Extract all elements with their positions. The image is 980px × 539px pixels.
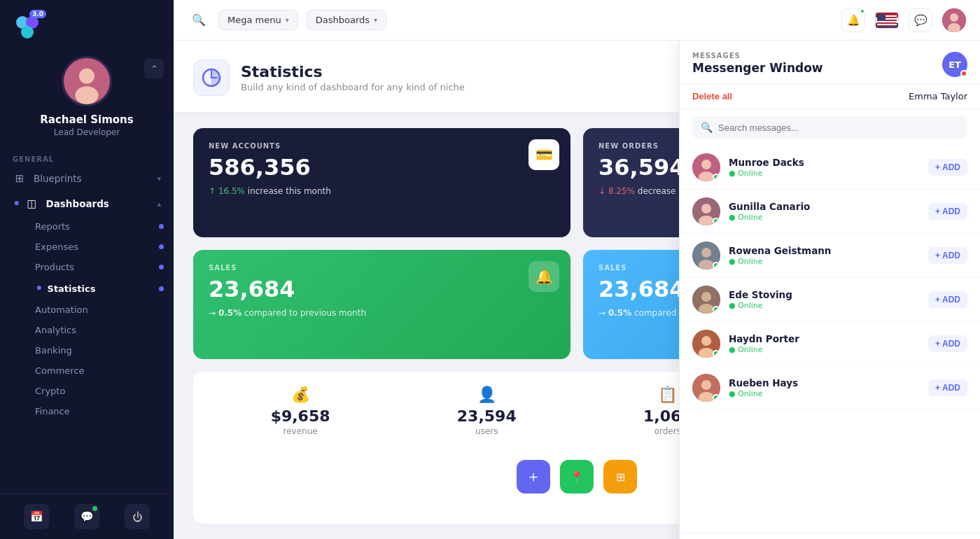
contact-status: ● Online [729, 301, 920, 310]
sidebar-item-label: Expenses [35, 241, 78, 252]
card-value: 586,356 [209, 154, 555, 181]
user-avatar-button[interactable] [942, 8, 966, 32]
card-change: ↑ 16.5% increase this month [209, 186, 555, 196]
sidebar-item-commerce[interactable]: Commerce [25, 360, 174, 381]
svg-point-13 [950, 13, 958, 22]
new-accounts-card: NEW ACCOUNTS 586,356 ↑ 16.5% increase th… [193, 128, 570, 237]
svg-rect-10 [877, 24, 897, 25]
sidebar-item-expenses[interactable]: Expenses [25, 237, 174, 257]
avatar [692, 330, 720, 358]
add-contact-button[interactable]: + ADD [928, 291, 967, 308]
sidebar-item-crypto[interactable]: Crypto [25, 381, 174, 401]
export-action-button[interactable]: ⊞ [603, 460, 637, 493]
revenue-label: revenue [271, 426, 330, 436]
svg-point-28 [701, 292, 711, 302]
blueprints-icon: ⊞ [13, 172, 27, 185]
contact-rueben[interactable]: Rueben Hays ● Online + ADD [680, 366, 980, 410]
up-arrow-icon: ↑ [209, 186, 218, 196]
notification-dot [860, 8, 865, 14]
sidebar-item-analytics[interactable]: Analytics [25, 320, 174, 340]
sidebar-item-products[interactable]: Products [25, 257, 174, 277]
topbar-right: 🔔 💬 [841, 8, 966, 32]
contact-munroe[interactable]: Munroe Dacks ● Online + ADD [680, 146, 980, 190]
sidebar-item-automation[interactable]: Automation [25, 300, 174, 320]
messenger-header: MESSAGES Messenger Window ET [680, 41, 980, 84]
contact-status: ● Online [729, 169, 920, 178]
search-button[interactable]: 🔍 [188, 9, 210, 31]
sidebar-item-label: Commerce [35, 365, 85, 376]
online-status-dot [713, 306, 720, 313]
add-contact-button[interactable]: + ADD [928, 159, 967, 176]
notifications-button[interactable]: 🔔 [841, 8, 865, 32]
language-selector[interactable] [875, 12, 899, 29]
chat-online-dot [92, 506, 97, 511]
mega-menu-label: Mega menu [227, 15, 281, 25]
avatar-online-dot [960, 70, 967, 77]
nav-dot-reports [159, 224, 164, 229]
location-action-button[interactable]: 📍 [560, 460, 594, 493]
sidebar-item-statistics[interactable]: Statistics [25, 277, 174, 300]
nav-dot-products [159, 265, 164, 270]
page-title: Statistics [241, 63, 465, 80]
sidebar-item-finance[interactable]: Finance [25, 401, 174, 421]
add-contact-button[interactable]: + ADD [928, 247, 967, 264]
sidebar-item-blueprints[interactable]: ⊞ Blueprints ▾ [0, 166, 174, 191]
add-contact-button[interactable]: + ADD [928, 379, 967, 396]
sidebar-item-label: Reports [35, 221, 70, 232]
contact-name: Rueben Hays [729, 377, 920, 388]
chat-button[interactable]: 💬 [74, 504, 99, 529]
contact-rowena[interactable]: Rowena Geistmann ● Online + ADD [680, 234, 980, 278]
sidebar-item-label: Crypto [35, 386, 65, 396]
sidebar-item-reports[interactable]: Reports [25, 216, 174, 237]
messenger-panel: MESSAGES Messenger Window ET Delete all … [679, 41, 980, 539]
avatar [692, 286, 720, 314]
nav-dot-expenses [159, 244, 164, 249]
revenue-icon: 💰 [271, 386, 330, 403]
revenue-stat: 💰 $9,658 revenue [271, 386, 330, 436]
power-button[interactable]: ⏻ [125, 504, 150, 529]
sidebar-section-general: GENERAL [0, 148, 174, 166]
svg-rect-9 [877, 21, 897, 22]
header-avatar-initials: ET [948, 59, 961, 70]
search-icon: 🔍 [701, 122, 713, 133]
contact-info: Rowena Geistmann ● Online [729, 245, 920, 266]
messages-button[interactable]: 💬 [909, 8, 932, 32]
card-icon: 💳 [528, 139, 559, 170]
mega-menu-dropdown[interactable]: Mega menu ▾ [218, 10, 298, 30]
contact-info: Munroe Dacks ● Online [729, 157, 920, 178]
sidebar-item-dashboards[interactable]: ◫ Dashboards ▴ [0, 191, 174, 216]
topbar: 🔍 Mega menu ▾ Dashboards ▾ 🔔 [174, 0, 980, 41]
page-header-icon [193, 59, 230, 96]
sidebar-item-banking[interactable]: Banking [25, 340, 174, 360]
sidebar-item-label: Analytics [35, 325, 76, 335]
messenger-actions-bar: Delete all Emma Taylor [680, 84, 980, 109]
contact-gunilla[interactable]: Gunilla Canario ● Online + ADD [680, 190, 980, 234]
messenger-search-input[interactable] [718, 122, 959, 133]
profile-toggle-button[interactable]: ⌃ [144, 59, 164, 78]
svg-point-4 [79, 69, 94, 84]
online-status-dot [713, 218, 720, 225]
selected-user-label: Emma Taylor [909, 91, 967, 102]
svg-point-22 [701, 204, 711, 214]
page-header-text: Statistics Build any kind of dashboard f… [241, 63, 465, 92]
sidebar-item-label: Statistics [48, 284, 96, 294]
main-area: 🔍 Mega menu ▾ Dashboards ▾ 🔔 [174, 0, 980, 539]
add-action-button[interactable]: ＋ [517, 460, 550, 493]
contact-status: ● Online [729, 257, 920, 266]
sidebar: 3.0 ⌃ Rachael Simons Lead Developer GENE… [0, 0, 174, 539]
messenger-title: Messenger Window [692, 61, 967, 75]
users-value: 23,594 [457, 407, 517, 425]
add-contact-button[interactable]: + ADD [928, 335, 967, 352]
svg-point-34 [701, 380, 711, 390]
calendar-button[interactable]: 📅 [24, 504, 49, 529]
contact-info: Rueben Hays ● Online [729, 377, 920, 398]
card-change: → 0.5% compared to previous month [209, 308, 555, 318]
contact-ede[interactable]: Ede Stoving ● Online + ADD [680, 278, 980, 322]
avatar [62, 56, 112, 106]
contact-name: Munroe Dacks [729, 157, 920, 168]
contact-haydn[interactable]: Haydn Porter ● Online + ADD [680, 322, 980, 366]
delete-all-button[interactable]: Delete all [692, 91, 732, 102]
add-contact-button[interactable]: + ADD [928, 203, 967, 220]
svg-rect-11 [877, 14, 886, 21]
dashboards-dropdown[interactable]: Dashboards ▾ [307, 10, 386, 30]
